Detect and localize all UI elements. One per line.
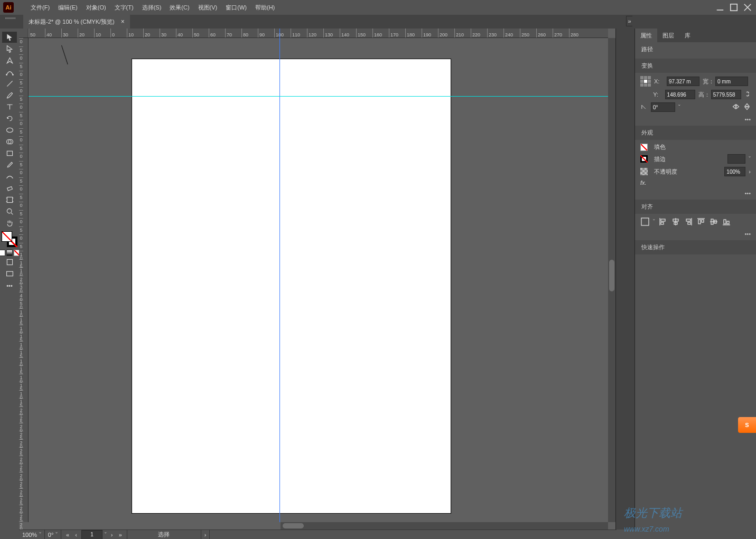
menu-object[interactable]: 对象(O) (82, 4, 110, 12)
horizontal-ruler[interactable]: 5040302010010203040506070809010011012013… (29, 29, 608, 38)
menu-effect[interactable]: 效果(C) (165, 4, 193, 12)
rotate-dropdown-icon[interactable]: ˇ (678, 104, 680, 110)
zoom-tool[interactable] (2, 206, 17, 217)
gradient-mode-icon[interactable] (6, 250, 13, 256)
curvature-tool[interactable] (2, 67, 17, 78)
direct-selection-tool[interactable] (2, 43, 17, 54)
toolbar-dock-handle[interactable] (3, 16, 18, 20)
line-segment-tool[interactable] (2, 78, 17, 89)
edit-toolbar-button[interactable]: ••• (2, 280, 17, 291)
align-right-icon[interactable] (684, 217, 693, 226)
shape-builder-tool[interactable] (2, 136, 17, 147)
hand-tool[interactable] (2, 218, 17, 229)
zoom-dropdown-icon[interactable]: ˇ (39, 532, 41, 538)
collapsed-panel-strip[interactable] (615, 29, 634, 529)
fill-stroke-swatch[interactable] (2, 231, 17, 247)
canvas-area[interactable]: 5040302010010203040506070809010011012013… (19, 29, 615, 529)
x-input[interactable]: 97.327 m (667, 77, 699, 86)
svg-rect-21 (686, 219, 690, 221)
color-mode-icon[interactable] (0, 250, 5, 256)
vertical-scroll-thumb[interactable] (609, 260, 614, 291)
stroke-color-swatch[interactable] (640, 155, 648, 163)
align-vcenter-icon[interactable] (709, 217, 718, 226)
menu-select[interactable]: 选择(S) (138, 4, 166, 12)
gradient-tool[interactable] (2, 171, 17, 182)
ime-badge-icon[interactable]: S (738, 417, 756, 433)
horizontal-scrollbar[interactable] (281, 522, 608, 529)
artboard-tool[interactable] (2, 194, 17, 205)
type-tool[interactable] (2, 101, 17, 112)
tab-libraries[interactable]: 库 (679, 29, 696, 42)
fill-swatch[interactable] (2, 231, 12, 242)
horizontal-guide[interactable] (29, 96, 608, 97)
draw-mode-icon[interactable] (2, 257, 17, 268)
document-tab-close-icon[interactable]: × (121, 18, 125, 25)
vertical-guide[interactable] (279, 29, 280, 522)
menu-help[interactable]: 帮助(H) (251, 4, 279, 12)
pen-tool[interactable] (2, 55, 17, 66)
stroke-weight-dropdown-icon[interactable]: ˇ (749, 156, 751, 162)
status-more-icon[interactable]: › (204, 532, 207, 538)
align-hcenter-icon[interactable] (671, 217, 680, 226)
fill-color-swatch[interactable] (640, 144, 648, 151)
close-button[interactable] (742, 3, 753, 12)
minimize-button[interactable] (715, 3, 725, 12)
align-more-icon[interactable]: ••• (635, 230, 756, 238)
artboard-prev-icon[interactable]: ‹ (73, 532, 79, 538)
opacity-more-icon[interactable]: › (749, 168, 751, 175)
vertical-scrollbar[interactable] (608, 38, 615, 522)
align-top-icon[interactable] (696, 217, 706, 226)
appearance-more-icon[interactable]: ••• (635, 189, 756, 197)
rotate-input[interactable]: 0° (651, 102, 675, 112)
align-to-dropdown[interactable] (640, 217, 650, 226)
artboard-index-input[interactable]: 1 (81, 530, 102, 540)
vertical-ruler[interactable]: 0505050505050505050505050510151020304050… (19, 38, 29, 522)
flip-horizontal-icon[interactable] (732, 103, 740, 111)
link-wh-icon[interactable] (744, 90, 751, 99)
tab-properties[interactable]: 属性 (635, 29, 657, 42)
path-object[interactable] (61, 45, 71, 67)
stroke-weight-input[interactable] (727, 154, 745, 164)
horizontal-scroll-thumb[interactable] (283, 523, 304, 528)
panel-expand-toggle[interactable]: » (626, 16, 632, 26)
opacity-swatch-icon (640, 168, 648, 175)
h-label: 高： (698, 91, 708, 99)
artboard-dropdown-icon[interactable]: ˇ (105, 532, 107, 538)
menu-file[interactable]: 文件(F) (26, 4, 54, 12)
reference-point-picker[interactable] (640, 76, 651, 87)
screen-mode-icon[interactable] (2, 268, 17, 279)
selection-tool[interactable] (2, 32, 17, 43)
menu-window[interactable]: 窗口(W) (221, 4, 251, 12)
align-left-icon[interactable] (658, 217, 668, 226)
maximize-button[interactable] (729, 3, 739, 12)
eraser-tool[interactable] (2, 183, 17, 194)
eyedropper-tool[interactable] (2, 159, 17, 171)
h-input[interactable]: 5779.558 (711, 90, 741, 99)
rotation-dropdown-icon[interactable]: ˇ (55, 532, 58, 538)
flip-vertical-icon[interactable] (743, 102, 751, 112)
appearance-section-header: 外观 (635, 126, 756, 140)
svg-rect-4 (731, 4, 738, 11)
ellipse-tool[interactable] (2, 125, 17, 136)
artboard-last-icon[interactable]: » (117, 532, 124, 538)
artboard-next-icon[interactable]: › (109, 532, 115, 538)
tab-layers[interactable]: 图层 (657, 29, 679, 42)
opacity-input[interactable]: 100% (724, 167, 745, 176)
menu-view[interactable]: 视图(V) (194, 4, 222, 12)
artboard-first-icon[interactable]: « (64, 532, 71, 538)
menu-edit[interactable]: 编辑(E) (54, 4, 82, 12)
y-input[interactable]: 148.696 (665, 90, 695, 99)
view-rotation[interactable]: 0° (48, 532, 54, 538)
align-to-chevron-icon[interactable]: ˇ (653, 219, 655, 225)
rotate-tool[interactable] (2, 113, 17, 124)
paintbrush-tool[interactable] (2, 90, 17, 101)
fx-label[interactable]: fx. (640, 179, 647, 186)
rectangle-tool[interactable] (2, 148, 17, 159)
zoom-level[interactable]: 100% (22, 532, 37, 538)
ruler-origin[interactable] (19, 29, 29, 38)
menu-type[interactable]: 文字(T) (110, 4, 138, 12)
w-input[interactable]: 0 mm (715, 77, 748, 86)
document-tab[interactable]: 未标题-2* @ 100 % (CMYK/预览) × (23, 15, 130, 29)
transform-more-icon[interactable]: ••• (635, 115, 756, 124)
align-bottom-icon[interactable] (722, 217, 731, 226)
